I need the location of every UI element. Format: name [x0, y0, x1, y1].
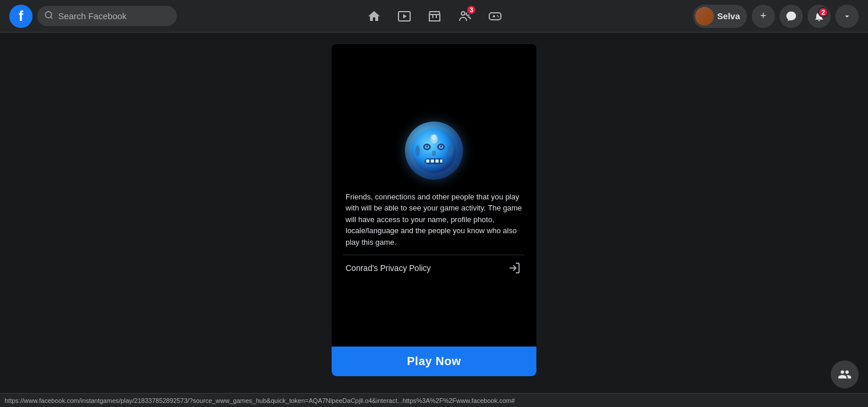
- privacy-policy-link[interactable]: Conrad's Privacy Policy: [346, 263, 431, 273]
- nav-gaming-button[interactable]: [481, 2, 509, 30]
- play-now-button[interactable]: Play Now: [332, 347, 536, 376]
- user-profile-button[interactable]: Selva: [693, 5, 747, 28]
- nav-groups-button[interactable]: 3: [451, 2, 479, 30]
- svg-rect-31: [435, 159, 439, 163]
- navbar: f 3: [0, 0, 868, 33]
- svg-rect-30: [431, 159, 434, 163]
- nav-left: f: [9, 5, 177, 28]
- notifications-badge: 2: [818, 7, 828, 17]
- svg-point-34: [448, 145, 453, 156]
- svg-point-18: [432, 135, 436, 141]
- privacy-policy-row: Conrad's Privacy Policy: [343, 255, 525, 281]
- nav-center: 3: [360, 2, 509, 30]
- svg-point-4: [461, 12, 465, 15]
- nav-marketplace-button[interactable]: [421, 2, 449, 30]
- nav-watch-button[interactable]: [390, 2, 418, 30]
- messenger-button[interactable]: [780, 5, 803, 28]
- svg-line-1: [51, 17, 52, 19]
- svg-marker-3: [403, 14, 407, 19]
- status-bar: https://www.facebook.com/instantgames/pl…: [0, 393, 868, 407]
- people-button[interactable]: [831, 360, 859, 388]
- permission-text: Friends, connections and other people th…: [343, 191, 525, 248]
- svg-point-25: [426, 145, 427, 147]
- svg-point-10: [498, 16, 499, 17]
- svg-point-26: [440, 145, 441, 147]
- account-menu-button[interactable]: [835, 5, 859, 28]
- game-dialog: Friends, connections and other people th…: [332, 44, 536, 376]
- search-icon: [44, 10, 54, 22]
- username-label: Selva: [717, 11, 740, 21]
- game-logo: [405, 122, 463, 180]
- main-content: Friends, connections and other people th…: [0, 33, 868, 407]
- avatar: [695, 7, 714, 26]
- svg-rect-27: [432, 151, 436, 156]
- facebook-logo[interactable]: f: [9, 5, 33, 28]
- groups-badge: 3: [466, 5, 476, 15]
- svg-rect-29: [426, 159, 429, 163]
- add-button[interactable]: +: [752, 5, 775, 28]
- status-url: https://www.facebook.com/instantgames/pl…: [5, 397, 515, 404]
- notifications-button[interactable]: 2: [807, 5, 831, 28]
- svg-point-0: [45, 12, 52, 18]
- game-content-area: Friends, connections and other people th…: [332, 44, 536, 347]
- search-input[interactable]: [58, 11, 170, 21]
- nav-home-button[interactable]: [360, 2, 388, 30]
- nav-right: Selva + 2: [693, 5, 859, 28]
- svg-point-33: [415, 145, 420, 156]
- svg-point-9: [497, 15, 498, 16]
- svg-rect-32: [440, 159, 442, 163]
- search-box[interactable]: [37, 6, 177, 26]
- login-icon: [506, 260, 522, 276]
